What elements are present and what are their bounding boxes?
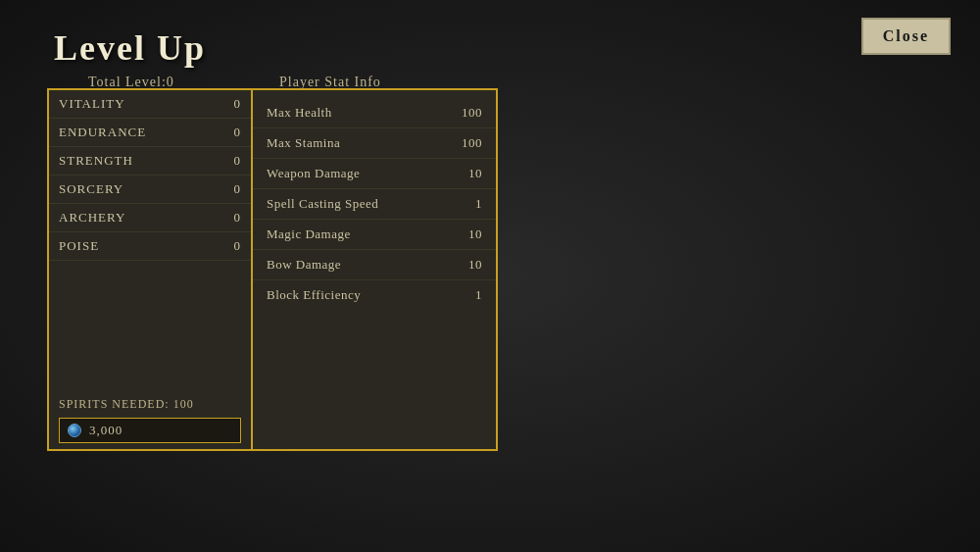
stat-rows: Vitality 0 Endurance 0 Strength 0 Sorcer… [49, 90, 251, 261]
player-stat-value: 10 [453, 166, 482, 181]
spirits-section: Spirits Needed: 100 3,000 [49, 389, 251, 449]
table-row[interactable]: Sorcery 0 [49, 176, 251, 204]
spirit-orb-icon [68, 424, 81, 437]
table-row[interactable]: Vitality 0 [49, 90, 251, 119]
stat-name: Poise [59, 238, 99, 254]
stat-value: 0 [221, 96, 241, 112]
stat-value: 0 [221, 153, 241, 169]
table-row[interactable]: Endurance 0 [49, 119, 251, 147]
stat-empty-area [49, 261, 251, 389]
stat-name: Endurance [59, 125, 146, 140]
stat-value: 0 [221, 125, 241, 140]
player-stat-name: Magic Damage [267, 226, 351, 242]
player-stat-value: 100 [453, 135, 482, 151]
player-stat-value: 1 [453, 196, 482, 212]
table-row: Spell Casting Speed 1 [253, 189, 496, 220]
player-stat-name: Weapon Damage [267, 166, 360, 181]
spirits-value: 3,000 [89, 423, 122, 438]
main-container: Vitality 0 Endurance 0 Strength 0 Sorcer… [47, 88, 498, 451]
stat-name: Vitality [59, 96, 125, 112]
table-row: Block Efficiency 1 [253, 280, 496, 310]
table-row[interactable]: Strength 0 [49, 147, 251, 176]
player-stat-name: Bow Damage [267, 257, 341, 273]
spirits-bar: 3,000 [59, 418, 241, 443]
player-stat-value: 10 [453, 257, 482, 273]
player-stat-name: Max Stamina [267, 135, 340, 151]
stat-value: 0 [221, 238, 241, 254]
spirits-needed-label: Spirits Needed: 100 [59, 397, 241, 412]
table-row[interactable]: Archery 0 [49, 204, 251, 232]
table-row: Max Health 100 [253, 98, 496, 128]
player-stat-value: 100 [453, 105, 482, 121]
table-row[interactable]: Poise 0 [49, 232, 251, 261]
table-row: Weapon Damage 10 [253, 159, 496, 189]
table-row: Max Stamina 100 [253, 128, 496, 159]
stat-value: 0 [221, 210, 241, 226]
player-stat-name: Max Health [267, 105, 332, 121]
right-panel: Max Health 100 Max Stamina 100 Weapon Da… [253, 88, 498, 451]
stat-name: Sorcery [59, 181, 123, 197]
table-row: Bow Damage 10 [253, 250, 496, 280]
player-stat-name: Block Efficiency [267, 287, 361, 303]
page-title: Level Up [54, 27, 206, 69]
stat-name: Archery [59, 210, 125, 226]
left-panel: Vitality 0 Endurance 0 Strength 0 Sorcer… [47, 88, 253, 451]
player-stat-value: 1 [453, 287, 482, 303]
player-stat-value: 10 [453, 226, 482, 242]
player-stat-name: Spell Casting Speed [267, 196, 378, 212]
table-row: Magic Damage 10 [253, 220, 496, 250]
stat-value: 0 [221, 181, 241, 197]
close-button[interactable]: Close [861, 18, 951, 55]
stat-name: Strength [59, 153, 133, 169]
